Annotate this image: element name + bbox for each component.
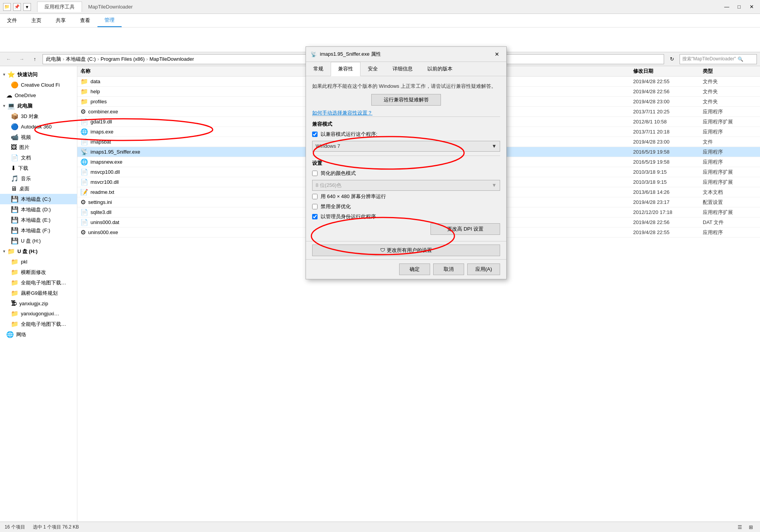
file-name: data xyxy=(91,79,100,84)
sidebar-label-drive-d: 本地磁盘 (D:) xyxy=(21,206,51,213)
search-box[interactable]: 搜索"MapTileDownloader" 🔍 xyxy=(680,54,757,64)
compat-mode-title: 兼容模式 xyxy=(312,121,500,128)
list-view-button[interactable]: ☰ xyxy=(735,523,745,532)
tab-file[interactable]: 文件 xyxy=(0,14,24,27)
forward-button[interactable]: → xyxy=(16,54,27,64)
app-tools-tab[interactable]: 应用程序工具 xyxy=(37,2,82,12)
sidebar-item-video[interactable]: 📹 视频 xyxy=(0,132,77,142)
tab-view[interactable]: 查看 xyxy=(73,14,97,27)
autodesk-icon: 🔵 xyxy=(11,123,19,130)
file-icon: 📄 xyxy=(80,118,88,125)
sidebar-item-drive-f[interactable]: 💾 本地磁盘 (F:) xyxy=(0,225,77,236)
sidebar-label-autodesk: Autodesk 360 xyxy=(21,124,52,130)
col-header-type[interactable]: 类型 xyxy=(703,68,757,75)
refresh-button[interactable]: ↻ xyxy=(666,54,677,64)
color-dropdown[interactable]: 8 位(256)色 ▼ xyxy=(312,180,500,191)
sidebar-item-yanxiu-folder[interactable]: 📁 yanxiugongjuxi… xyxy=(0,308,77,319)
apply-button[interactable]: 应用(A) xyxy=(467,263,500,275)
color-mode-checkbox[interactable] xyxy=(312,171,318,176)
sidebar-label-drive-c: 本地磁盘 (C:) xyxy=(21,196,51,203)
back-button[interactable]: ← xyxy=(3,54,14,64)
status-bar: 16 个项目 选中 1 个项目 76.2 KB ☰ ⊞ xyxy=(0,522,760,532)
file-type-cell: 文件夹 xyxy=(703,98,757,105)
fullscreen-checkbox[interactable] xyxy=(312,204,318,209)
file-icon: ⚙ xyxy=(80,198,86,206)
sidebar-label-pictures: 图片 xyxy=(19,144,29,151)
minimize-button[interactable]: — xyxy=(721,2,732,12)
dialog-tab-general[interactable]: 常规 xyxy=(306,62,331,76)
sidebar-item-drive-d[interactable]: 💾 本地磁盘 (D:) xyxy=(0,204,77,215)
up-button[interactable]: ↑ xyxy=(29,54,40,64)
compat-dropdown[interactable]: Windows 7 ▼ xyxy=(312,141,500,152)
sidebar-item-creative-cloud[interactable]: 🟠 Creative Cloud Fi xyxy=(0,80,77,90)
sidebar-label-hengduan: 横断面修改 xyxy=(21,269,46,276)
dpi-settings-button[interactable]: 更改高 DPI 设置 xyxy=(430,223,500,235)
sidebar-item-documents[interactable]: 📄 文档 xyxy=(0,152,77,163)
file-name: unins000.dat xyxy=(91,219,119,225)
sidebar-item-onedrive[interactable]: ☁ OneDrive xyxy=(0,90,77,101)
sidebar-item-3d[interactable]: 📦 3D 对象 xyxy=(0,111,77,121)
tab-home[interactable]: 主页 xyxy=(24,14,49,27)
sidebar-label-desktop: 桌面 xyxy=(19,185,29,192)
resolution-checkbox[interactable] xyxy=(312,194,318,199)
manual-settings-link[interactable]: 如何手动选择兼容性设置？ xyxy=(312,109,500,116)
yanxiu-folder-icon: 📁 xyxy=(11,310,19,317)
cancel-button[interactable]: 取消 xyxy=(433,263,464,275)
music-icon: 🎵 xyxy=(11,175,19,182)
file-name: imapsbat xyxy=(91,139,111,145)
pin-icon[interactable]: 📌 xyxy=(13,3,21,11)
tab-manage[interactable]: 管理 xyxy=(97,14,122,27)
dialog-tab-previous[interactable]: 以前的版本 xyxy=(420,62,460,76)
sidebar-item-pkl[interactable]: 📁 pkl xyxy=(0,257,77,267)
network-icon: 🌐 xyxy=(6,331,14,338)
path-app: MapTileDownloader xyxy=(149,56,194,62)
file-name: msvcp100.dll xyxy=(91,169,120,175)
sidebar-item-network[interactable]: 🌐 网络 xyxy=(0,329,77,340)
file-type-cell: 应用程序 xyxy=(703,108,757,115)
sidebar-item-ougiao[interactable]: 📁 藕桥G9最终规划 xyxy=(0,288,77,298)
compat-mode-checkbox[interactable] xyxy=(312,132,318,137)
sidebar-item-map2[interactable]: 📁 全能电子地图下载… xyxy=(0,319,77,329)
sidebar-item-map1[interactable]: 📁 全能电子地图下载… xyxy=(0,277,77,288)
close-button[interactable]: ✕ xyxy=(746,2,757,12)
settings-section: 设置 简化的颜色模式 8 位(256)色 ▼ 用 640 × 480 屏幕分辨率… xyxy=(312,156,500,235)
dialog-tab-compat[interactable]: 兼容性 xyxy=(331,62,360,76)
ok-button[interactable]: 确定 xyxy=(399,263,430,275)
sidebar-item-usb-expand[interactable]: ▾ 📁 U 盘 (H:) xyxy=(0,246,77,257)
maximize-button[interactable]: □ xyxy=(734,2,745,12)
folder-icon[interactable]: 📁 xyxy=(3,3,11,11)
sidebar-item-pictures[interactable]: 🖼 图片 xyxy=(0,142,77,152)
sidebar-item-autodesk[interactable]: 🔵 Autodesk 360 xyxy=(0,121,77,132)
pictures-icon: 🖼 xyxy=(11,144,17,151)
sidebar-item-downloads[interactable]: ⬇ 下载 xyxy=(0,163,77,173)
resolution-row: 用 640 × 480 屏幕分辨率运行 xyxy=(312,193,500,200)
file-icon: 📡 xyxy=(80,148,88,156)
sidebar-item-hengduan[interactable]: 📁 横断面修改 xyxy=(0,267,77,277)
creative-cloud-icon: 🟠 xyxy=(11,81,19,89)
sidebar-item-thispc[interactable]: ▾ 💻 此电脑 xyxy=(0,101,77,111)
sidebar-label-documents: 文档 xyxy=(21,154,31,161)
troubleshoot-button[interactable]: 运行兼容性疑难解答 xyxy=(371,94,441,106)
sidebar-item-drive-c[interactable]: 💾 本地磁盘 (C:) xyxy=(0,194,77,204)
sidebar-item-desktop[interactable]: 🖥 桌面 xyxy=(0,184,77,194)
sidebar-item-quickaccess[interactable]: ▾ ⭐ 快速访问 xyxy=(0,69,77,80)
grid-view-button[interactable]: ⊞ xyxy=(746,523,755,532)
sidebar-label-network: 网络 xyxy=(16,331,26,338)
change-all-button[interactable]: 🛡 更改所有用户的设置 xyxy=(312,245,500,256)
dialog-tab-security[interactable]: 安全 xyxy=(360,62,385,76)
file-name: imaps.exe xyxy=(91,129,113,135)
sidebar-item-music[interactable]: 🎵 音乐 xyxy=(0,173,77,184)
admin-checkbox[interactable] xyxy=(312,214,318,219)
file-date-cell: 2010/3/18 9:15 xyxy=(633,179,703,185)
file-name: combiner.exe xyxy=(88,109,118,115)
sidebar-label-thispc: 此电脑 xyxy=(17,103,32,109)
dialog-close-button[interactable]: ✕ xyxy=(492,50,502,58)
ribbon-tabs: 文件 主页 共享 查看 管理 xyxy=(0,14,760,27)
col-header-date[interactable]: 修改日期 xyxy=(633,68,703,75)
sidebar-item-yanxiu-zip[interactable]: 🗜 yanxiugjx.zip xyxy=(0,298,77,308)
dropdown-icon[interactable]: ▼ xyxy=(23,3,31,11)
tab-share[interactable]: 共享 xyxy=(49,14,73,27)
sidebar-item-usb-h[interactable]: 💾 U 盘 (H:) xyxy=(0,236,77,246)
sidebar-item-drive-e[interactable]: 💾 本地磁盘 (E:) xyxy=(0,215,77,225)
dialog-tab-details[interactable]: 详细信息 xyxy=(385,62,420,76)
